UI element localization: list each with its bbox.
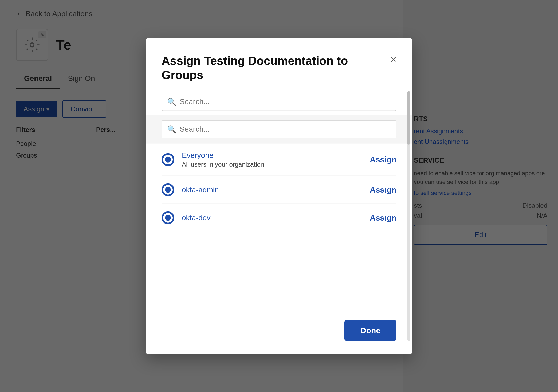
modal-header: Assign Testing Documentation to Groups × (162, 54, 396, 82)
search-icon-bottom: 🔍 (167, 125, 176, 134)
radio-everyone[interactable] (162, 153, 174, 166)
search-input-bottom[interactable] (180, 125, 391, 134)
list-item: okta-dev Assign (162, 204, 396, 232)
search-icon-top: 🔍 (167, 97, 176, 106)
everyone-desc: All users in your organization (182, 160, 362, 168)
okta-dev-name: okta-dev (182, 213, 362, 222)
okta-admin-text: okta-admin (182, 185, 362, 194)
top-search-box[interactable]: 🔍 (162, 93, 396, 111)
top-search-container: 🔍 (162, 93, 396, 111)
modal-scrollbar[interactable] (407, 91, 410, 341)
modal-scrollbar-thumb[interactable] (407, 91, 410, 145)
done-button[interactable]: Done (344, 320, 396, 341)
list-item: okta-admin Assign (162, 176, 396, 204)
okta-admin-name: okta-admin (182, 185, 362, 194)
modal-footer: Done (162, 312, 396, 341)
assign-groups-modal: Assign Testing Documentation to Groups ×… (146, 38, 412, 354)
bottom-search-box[interactable]: 🔍 (162, 120, 396, 138)
radio-okta-dev[interactable] (162, 211, 174, 224)
everyone-name: Everyone (182, 151, 362, 159)
assign-everyone-button[interactable]: Assign (370, 155, 396, 164)
modal-empty-space (162, 232, 396, 312)
radio-okta-admin[interactable] (162, 183, 174, 196)
search-input-top[interactable] (180, 97, 391, 106)
modal-title: Assign Testing Documentation to Groups (162, 54, 386, 82)
groups-list: Everyone All users in your organization … (162, 143, 396, 232)
list-item: Everyone All users in your organization … (162, 143, 396, 176)
assign-okta-dev-button[interactable]: Assign (370, 213, 396, 222)
modal-close-button[interactable]: × (390, 54, 396, 65)
assign-okta-admin-button[interactable]: Assign (370, 185, 396, 194)
okta-dev-text: okta-dev (182, 213, 362, 222)
everyone-text: Everyone All users in your organization (182, 151, 362, 168)
filter-section: 🔍 (146, 115, 412, 143)
